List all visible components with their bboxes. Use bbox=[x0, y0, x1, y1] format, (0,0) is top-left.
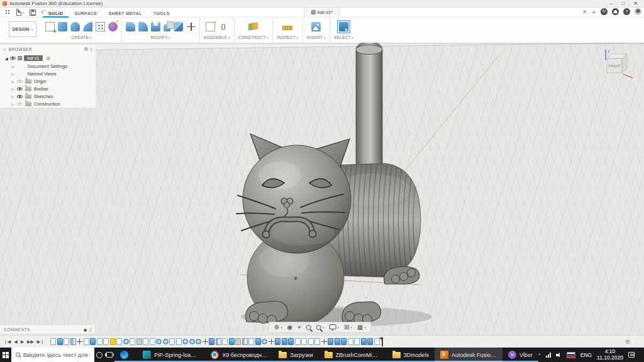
browser-panel-toggle[interactable]: ) bbox=[91, 47, 92, 52]
maximize-button[interactable]: □ bbox=[621, 1, 625, 6]
browser-root-row[interactable]: ◢ kat v1 ◎ bbox=[0, 53, 96, 62]
create-form-icon[interactable] bbox=[108, 22, 118, 31]
visibility-eye-icon[interactable] bbox=[17, 102, 23, 106]
timeline-feature-icon[interactable] bbox=[229, 338, 235, 345]
taskbar-search[interactable] bbox=[11, 348, 94, 362]
timeline-feature-icon[interactable] bbox=[90, 338, 96, 345]
visibility-eye-icon[interactable] bbox=[17, 95, 23, 98]
file-menu-button[interactable]: ▾ bbox=[16, 9, 24, 16]
select-menu[interactable]: SELECT bbox=[334, 35, 354, 40]
joint-icon[interactable]: () bbox=[218, 22, 228, 31]
browser-collapse-icon[interactable]: « bbox=[3, 47, 6, 52]
timeline-feature-icon[interactable] bbox=[130, 338, 135, 345]
selection-target-icon[interactable]: ◎ bbox=[46, 55, 50, 61]
timeline-feature-icon[interactable] bbox=[328, 338, 333, 345]
timeline-feature-icon[interactable] bbox=[57, 338, 63, 345]
timeline-gear-icon[interactable]: ⚙ bbox=[625, 339, 640, 345]
app-grid-icon[interactable] bbox=[5, 9, 11, 15]
timeline-feature-icon[interactable] bbox=[222, 338, 228, 345]
view-cube[interactable]: Z FRONT bbox=[600, 48, 635, 80]
timeline-feature-icon[interactable] bbox=[143, 338, 148, 345]
timeline-step-forward-button[interactable]: ▶▶ bbox=[27, 339, 34, 345]
action-center-icon[interactable] bbox=[628, 352, 635, 358]
browser-node-label[interactable]: Sketches bbox=[34, 94, 53, 99]
document-tab[interactable]: kat v1* bbox=[304, 8, 340, 18]
insert-menu[interactable]: INSERT bbox=[307, 35, 326, 40]
taskbar-app-button[interactable]: PiP-Spring-loaded_... bbox=[137, 348, 205, 362]
expand-arrow-icon[interactable]: ▷ bbox=[11, 87, 14, 91]
taskbar-app-button[interactable]: Autodesk Fusion 36... bbox=[435, 348, 502, 362]
close-button[interactable]: ✕ bbox=[633, 1, 638, 6]
timeline-feature-icon[interactable] bbox=[116, 338, 122, 345]
timeline-feature-icon[interactable] bbox=[70, 338, 76, 345]
shell-icon[interactable] bbox=[151, 22, 160, 31]
timeline-feature-icon[interactable] bbox=[348, 338, 353, 345]
timeline-feature-icon[interactable] bbox=[209, 338, 214, 345]
display-settings-icon[interactable]: ▾ bbox=[329, 324, 339, 331]
timeline-feature-icon[interactable] bbox=[196, 339, 201, 344]
timeline-feature-icon[interactable] bbox=[288, 338, 294, 345]
visibility-eye-icon[interactable] bbox=[10, 57, 16, 60]
taskbar-app-button[interactable]: X9 беспроводной ... bbox=[205, 348, 273, 362]
expand-arrow-icon[interactable]: ▷ bbox=[11, 72, 14, 76]
timeline-feature-icon[interactable] bbox=[123, 339, 129, 344]
split-body-icon[interactable] bbox=[174, 22, 183, 31]
expand-arrow-icon[interactable]: ◢ bbox=[5, 56, 8, 60]
start-button[interactable] bbox=[0, 348, 11, 362]
job-status-icon[interactable]: ↻ bbox=[601, 8, 608, 15]
ribbon-tab[interactable]: SHEET METAL bbox=[103, 11, 148, 18]
language-indicator[interactable]: ENG bbox=[580, 352, 592, 358]
comments-panel-toggle[interactable]: ) bbox=[89, 327, 91, 332]
look-at-icon[interactable]: ◉ bbox=[287, 324, 293, 331]
ribbon-tab[interactable]: SURFACE bbox=[69, 11, 103, 18]
timeline-feature-icon[interactable] bbox=[354, 338, 360, 345]
pattern-icon[interactable] bbox=[96, 22, 105, 31]
volume-icon[interactable] bbox=[556, 352, 562, 358]
timeline-feature-icon[interactable] bbox=[169, 338, 175, 345]
ribbon-tab[interactable]: SOLID bbox=[43, 11, 69, 18]
close-tab-icon[interactable]: ✕ bbox=[582, 9, 587, 15]
measure-icon[interactable] bbox=[282, 26, 292, 30]
browser-node-label[interactable]: Document Settings bbox=[28, 63, 67, 69]
browser-tree-row[interactable]: ▷ Construction bbox=[0, 100, 96, 107]
timeline-feature-icon[interactable] bbox=[235, 338, 241, 345]
pan-icon[interactable]: ⌖ bbox=[297, 324, 301, 331]
timeline-feature-icon[interactable] bbox=[301, 338, 307, 345]
timeline-feature-icon[interactable] bbox=[176, 338, 182, 345]
expand-arrow-icon[interactable]: ▷ bbox=[11, 94, 14, 99]
select-window-icon[interactable] bbox=[339, 22, 348, 31]
timeline-feature-icon[interactable] bbox=[314, 338, 320, 345]
timeline-go-to-end-button[interactable]: ▶❘ bbox=[37, 339, 44, 345]
construction-plane-icon[interactable] bbox=[248, 22, 258, 31]
browser-node-label[interactable]: Bodies bbox=[34, 86, 48, 92]
network-icon[interactable] bbox=[546, 353, 551, 358]
taskbar-app-button[interactable]: Viber bbox=[502, 348, 538, 362]
timeline-feature-icon[interactable] bbox=[203, 338, 208, 345]
browser-tree-row[interactable]: ▷ Document Settings bbox=[0, 62, 96, 70]
timeline-playhead[interactable] bbox=[382, 337, 383, 346]
timeline-feature-icon[interactable] bbox=[84, 338, 89, 345]
cortana-button[interactable] bbox=[94, 348, 104, 362]
timeline-feature-icon[interactable] bbox=[308, 338, 314, 345]
language-flag-icon[interactable] bbox=[567, 352, 575, 358]
timeline-step-back-button[interactable]: ◀ bbox=[14, 339, 17, 345]
timeline-feature-icon[interactable] bbox=[64, 338, 69, 345]
timeline-feature-icon[interactable] bbox=[182, 339, 188, 344]
browser-tree-row[interactable]: ▷ Bodies bbox=[0, 85, 96, 92]
assemble-menu[interactable]: ASSEMBLE bbox=[204, 35, 230, 40]
taskbar-app-button[interactable]: 3Dmodels bbox=[387, 348, 435, 362]
browser-node-label[interactable]: Named Views bbox=[28, 71, 57, 77]
minimize-button[interactable]: – bbox=[610, 1, 613, 6]
ribbon-tab[interactable]: TOOLS bbox=[148, 11, 175, 18]
timeline-feature-icon[interactable] bbox=[341, 338, 347, 345]
browser-tree-row[interactable]: ▷ Named Views bbox=[0, 70, 96, 77]
viewport-canvas[interactable]: Z FRONT « BROWSER ⚙ ) ◢ kat v1 ◎ ▷ bbox=[0, 43, 644, 335]
press-pull-icon[interactable] bbox=[126, 22, 135, 31]
browser-tree-row[interactable]: ▷ Origin bbox=[0, 77, 96, 85]
browser-tree-row[interactable]: ▷ Sketches bbox=[0, 92, 96, 100]
clock[interactable]: 4:10 11.10.2020 bbox=[597, 349, 623, 361]
viewports-icon[interactable]: ▦▾ bbox=[357, 324, 366, 331]
timeline-feature-icon[interactable] bbox=[150, 338, 155, 345]
visibility-eye-icon[interactable] bbox=[17, 80, 23, 83]
timeline-feature-icon[interactable] bbox=[97, 338, 103, 345]
